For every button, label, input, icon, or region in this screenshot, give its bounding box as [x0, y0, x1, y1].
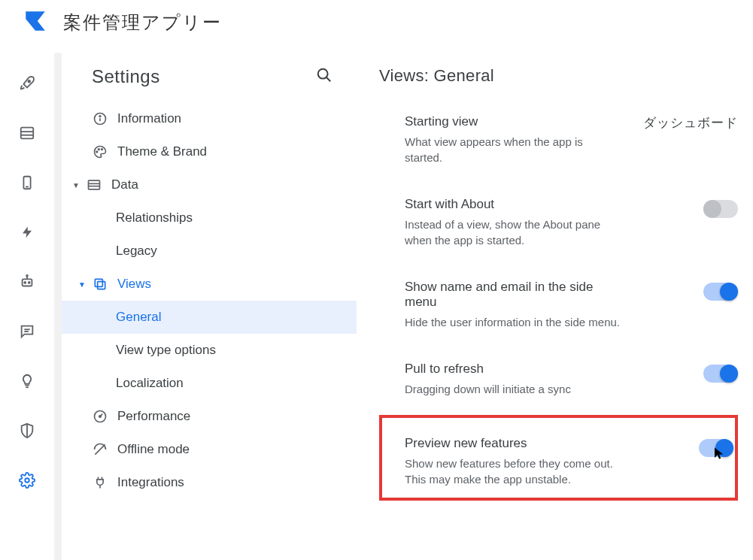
svg-rect-1	[21, 128, 34, 139]
nav-label: Data	[111, 177, 138, 192]
setting-title: Pull to refresh	[405, 362, 571, 377]
nav-views[interactable]: ▼Views	[62, 268, 357, 301]
nav-relationships[interactable]: Relationships	[62, 201, 357, 235]
database-icon[interactable]	[19, 125, 35, 144]
setting-show-name-email: Show name and email in the side menu Hid…	[379, 266, 738, 348]
setting-preview-new-features: Preview new features Show new features b…	[382, 422, 733, 498]
setting-title: Preview new features	[405, 436, 623, 451]
settings-panel: Settings Information Theme & Brand ▼Data…	[62, 45, 357, 560]
setting-desc: Instead of a view, show the About pane w…	[405, 216, 623, 248]
setting-desc: What view appears when the app is starte…	[405, 134, 623, 165]
svg-line-15	[326, 77, 331, 82]
search-icon[interactable]	[316, 67, 332, 86]
nav-general[interactable]: General	[62, 301, 357, 334]
settings-nav: Information Theme & Brand ▼Data Relation…	[62, 102, 357, 499]
setting-desc: Hide the user information in the side me…	[405, 314, 623, 330]
setting-desc: Dragging down will initiate a sync	[405, 381, 571, 397]
svg-point-13	[25, 478, 29, 483]
svg-rect-25	[98, 282, 105, 289]
nav-information[interactable]: Information	[62, 102, 357, 135]
nav-offline-mode[interactable]: Offline mode	[62, 433, 357, 466]
setting-starting-view: Starting view What view appears when the…	[379, 101, 738, 183]
nav-view-type-options[interactable]: View type options	[62, 334, 357, 367]
mouse-cursor-icon	[712, 446, 726, 463]
setting-title: Show name and email in the side menu	[405, 280, 623, 310]
nav-label: Offline mode	[117, 442, 190, 457]
nav-label: Integrations	[117, 475, 184, 490]
plug-icon	[92, 475, 108, 490]
svg-point-14	[318, 69, 328, 79]
caret-down-icon: ▼	[78, 280, 86, 289]
nav-legacy[interactable]: Legacy	[62, 235, 357, 268]
nav-label: View type options	[116, 343, 216, 358]
setting-title: Starting view	[405, 114, 623, 129]
nav-label: Legacy	[116, 244, 157, 259]
setting-desc: Show new features before they come out. …	[405, 456, 623, 487]
setting-title: Start with About	[405, 197, 623, 212]
svg-line-29	[95, 444, 105, 454]
toggle-start-with-about[interactable]	[703, 200, 738, 218]
shield-icon[interactable]	[19, 422, 35, 442]
app-title: 案件管理アプリー	[63, 11, 222, 35]
svg-point-10	[26, 275, 28, 277]
toggle-show-name-email[interactable]	[703, 283, 738, 301]
nav-performance[interactable]: Performance	[62, 400, 357, 433]
nav-data[interactable]: ▼Data	[62, 168, 357, 201]
nav-rail	[0, 45, 54, 560]
nav-theme-brand[interactable]: Theme & Brand	[62, 135, 357, 168]
setting-start-with-about: Start with About Instead of a view, show…	[379, 183, 738, 266]
toggle-pull-to-refresh[interactable]	[703, 365, 738, 383]
content-heading: Views: General	[379, 66, 738, 86]
chat-icon[interactable]	[19, 323, 35, 343]
nav-label: General	[116, 310, 161, 325]
svg-point-7	[24, 282, 26, 283]
palette-icon	[92, 144, 108, 159]
svg-point-21	[102, 149, 103, 150]
app-logo	[23, 8, 48, 37]
nav-label: Views	[117, 277, 151, 292]
nav-integrations[interactable]: Integrations	[62, 466, 357, 499]
nav-label: Relationships	[116, 210, 193, 226]
nav-localization[interactable]: Localization	[62, 367, 357, 400]
scroll-edge	[54, 53, 62, 560]
svg-point-18	[99, 116, 101, 117]
gear-icon[interactable]	[19, 472, 35, 492]
rocket-icon[interactable]	[19, 75, 35, 95]
settings-heading: Settings	[92, 66, 160, 87]
nav-label: Information	[117, 111, 181, 126]
svg-point-28	[99, 416, 102, 418]
svg-point-20	[99, 149, 100, 150]
svg-rect-26	[95, 279, 102, 286]
caret-down-icon: ▼	[72, 181, 80, 189]
nav-label: Theme & Brand	[117, 144, 207, 159]
nav-label: Localization	[116, 376, 184, 391]
bolt-icon[interactable]	[20, 224, 34, 244]
mobile-icon[interactable]	[19, 174, 35, 194]
svg-rect-22	[89, 180, 100, 189]
gauge-icon	[92, 409, 108, 424]
info-icon	[92, 111, 108, 126]
data-icon	[86, 177, 102, 192]
offline-icon	[92, 442, 108, 457]
content-panel: Views: General Starting view What view a…	[357, 45, 753, 560]
views-icon	[92, 277, 108, 292]
nav-label: Performance	[117, 409, 190, 424]
svg-point-0	[28, 80, 30, 83]
svg-point-8	[29, 282, 30, 283]
svg-point-19	[96, 151, 98, 153]
setting-pull-to-refresh: Pull to refresh Dragging down will initi…	[379, 348, 738, 415]
highlight-box: Preview new features Show new features b…	[379, 415, 738, 501]
robot-icon[interactable]	[19, 274, 35, 293]
lightbulb-icon[interactable]	[19, 373, 35, 392]
starting-view-value[interactable]: ダッシュボード	[643, 114, 738, 132]
